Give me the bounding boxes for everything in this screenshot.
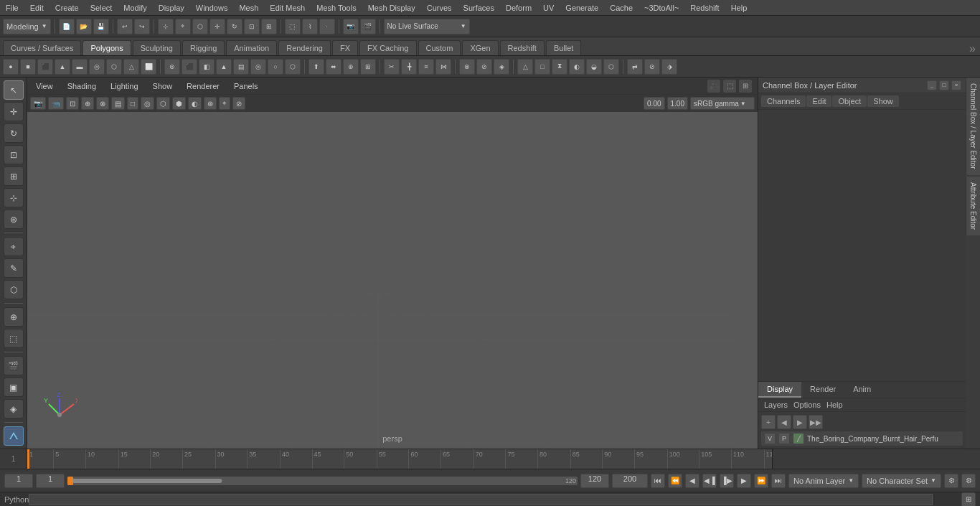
rp-close-btn[interactable]: × (951, 80, 961, 90)
vp2-btn8[interactable]: ◎ (141, 97, 154, 110)
vp-menu-view[interactable]: View (33, 80, 56, 92)
tab-edit[interactable]: Edit (806, 95, 831, 107)
status-script-btn[interactable]: ⊞ (961, 492, 976, 507)
vp2-btn9[interactable]: ⬡ (156, 97, 170, 110)
rp-maximize-btn[interactable]: □ (939, 80, 949, 90)
vp2-btn13[interactable]: ⌖ (219, 97, 230, 110)
select-tool[interactable]: ↖ (4, 80, 24, 100)
menu-windows[interactable]: Windows (190, 2, 234, 14)
render-btn[interactable]: 🎬 (360, 19, 376, 34)
vp-resolution-icon[interactable]: ⬚ (723, 80, 736, 93)
poly-cyl-btn[interactable]: ◧ (199, 59, 215, 75)
playback-range-bar[interactable]: 120 (67, 477, 578, 485)
menu-help[interactable]: Help (725, 2, 753, 14)
separate-btn[interactable]: ⊘ (476, 59, 492, 75)
menu-create[interactable]: Create (50, 2, 85, 14)
menu-select[interactable]: Select (85, 2, 118, 14)
cone-btn[interactable]: ▲ (55, 59, 70, 75)
tab-animation[interactable]: Animation (226, 40, 277, 55)
sculpt-tool[interactable]: ✎ (4, 258, 24, 278)
ipr-render-btn[interactable]: ◈ (4, 399, 24, 418)
sphere-btn[interactable]: ● (3, 59, 19, 75)
tab-rendering[interactable]: Rendering (278, 40, 331, 55)
move-tool[interactable]: ✛ (4, 102, 24, 121)
scale-tool-btn[interactable]: ⊡ (244, 19, 260, 34)
connect-btn[interactable]: ⋈ (435, 59, 451, 75)
attribute-editor-side-tab[interactable]: Attribute Editor (966, 177, 980, 235)
tab-display[interactable]: Display (758, 382, 801, 398)
play-fwd-btn[interactable]: ▐▶ (720, 474, 734, 488)
tri-btn[interactable]: △ (517, 59, 533, 75)
quad-btn[interactable]: □ (534, 59, 550, 75)
layer-fwd-btn[interactable]: ▶ (793, 415, 807, 429)
rp-minimize-btn[interactable]: _ (927, 80, 937, 90)
tab-fx-caching[interactable]: FX Caching (359, 40, 416, 55)
go-end-btn[interactable]: ⏭ (771, 474, 786, 488)
vp2-btn11[interactable]: ◐ (188, 97, 202, 110)
rotate-tool[interactable]: ↻ (4, 123, 24, 143)
paint-weight-btn[interactable]: ⊘ (644, 59, 660, 75)
vp2-btn5[interactable]: ⊗ (96, 97, 109, 110)
tab-channels[interactable]: Channels (761, 95, 806, 107)
layer-playback-btn[interactable]: P (778, 433, 790, 444)
bridge-btn[interactable]: ⬌ (326, 59, 341, 75)
poly-pipe-btn[interactable]: ○ (268, 59, 283, 75)
poly-cone-btn[interactable]: ▲ (216, 59, 232, 75)
tab-rigging[interactable]: Rigging (182, 40, 225, 55)
menu-modify[interactable]: Modify (118, 2, 152, 14)
tab-polygons[interactable]: Polygons (83, 40, 131, 55)
maya-logo-btn[interactable] (4, 426, 24, 446)
insert-edge-btn[interactable]: ╋ (401, 59, 417, 75)
tab-sculpting[interactable]: Sculpting (133, 40, 181, 55)
vp2-btn4[interactable]: ⊕ (81, 97, 94, 110)
tab-fx[interactable]: FX (332, 40, 358, 55)
layer-settings-btn[interactable]: ▶▶ (809, 415, 823, 429)
prev-frame-btn[interactable]: ◀ (685, 474, 699, 488)
menu-generate[interactable]: Generate (560, 2, 604, 14)
poly-plane-btn[interactable]: ▤ (233, 59, 249, 75)
no-live-surface-dropdown[interactable]: No Live Surface ▼ (384, 19, 470, 34)
tab-anim[interactable]: Anim (844, 382, 880, 398)
poly-torus-btn[interactable]: ◎ (250, 59, 266, 75)
open-file-btn[interactable]: 📂 (76, 19, 92, 34)
vp2-cam2-btn[interactable]: 📹 (48, 97, 64, 110)
remesh-btn[interactable]: ⬡ (603, 59, 619, 75)
vp2-btn12[interactable]: ⊛ (204, 97, 217, 110)
frame-current-field[interactable]: 1 (36, 474, 65, 488)
vp2-btn10[interactable]: ⬢ (172, 97, 186, 110)
prev-key-btn[interactable]: ⏪ (668, 474, 682, 488)
render-icon[interactable]: 🎬 (4, 356, 24, 375)
menu-curves[interactable]: Curves (421, 2, 458, 14)
wrap-btn[interactable]: ⬗ (661, 59, 677, 75)
tab-curves-surfaces[interactable]: Curves / Surfaces (3, 40, 81, 55)
show-manip-tool[interactable]: ⊛ (4, 210, 24, 229)
scale-tool[interactable]: ⊡ (4, 145, 24, 164)
universal-manip-btn[interactable]: ⊞ (261, 19, 277, 34)
menu-3dtool[interactable]: ~3DtoAll~ (639, 2, 684, 14)
snap-point-btn[interactable]: · (319, 19, 335, 34)
display-opt-layers[interactable]: Layers (764, 400, 788, 409)
fill-hole-btn[interactable]: ◈ (494, 59, 509, 75)
redo-btn[interactable]: ↪ (134, 19, 150, 34)
tab-custom[interactable]: Custom (418, 40, 461, 55)
menu-file[interactable]: File (0, 2, 24, 14)
quick-render-btn[interactable]: ▣ (4, 378, 24, 397)
timeline-track[interactable]: 1 5 10 15 20 25 30 35 40 45 50 55 60 65 … (27, 449, 772, 469)
layer-visibility-btn[interactable]: V (764, 433, 776, 444)
vp2-btn14[interactable]: ⊘ (232, 97, 245, 110)
menu-mesh[interactable]: Mesh (233, 2, 264, 14)
tab-bullet[interactable]: Bullet (546, 40, 582, 55)
vp2-cam3-btn[interactable]: ⊡ (66, 97, 79, 110)
plane-btn[interactable]: ▬ (72, 59, 88, 75)
paint-attr-tool[interactable]: ⬡ (4, 280, 24, 299)
merge-btn[interactable]: ⊕ (343, 59, 359, 75)
display-opt-options[interactable]: Options (793, 400, 821, 409)
tab-show[interactable]: Show (867, 95, 899, 107)
menu-mesh-tools[interactable]: Mesh Tools (311, 2, 362, 14)
menu-surfaces[interactable]: Surfaces (458, 2, 500, 14)
create-poly-tool[interactable]: ⬚ (4, 329, 24, 348)
poly-sphere-btn[interactable]: ⊚ (164, 59, 180, 75)
tab-xgen[interactable]: XGen (462, 40, 498, 55)
anim-layer-dropdown[interactable]: No Anim Layer ▼ (788, 474, 859, 488)
menu-display[interactable]: Display (153, 2, 190, 14)
